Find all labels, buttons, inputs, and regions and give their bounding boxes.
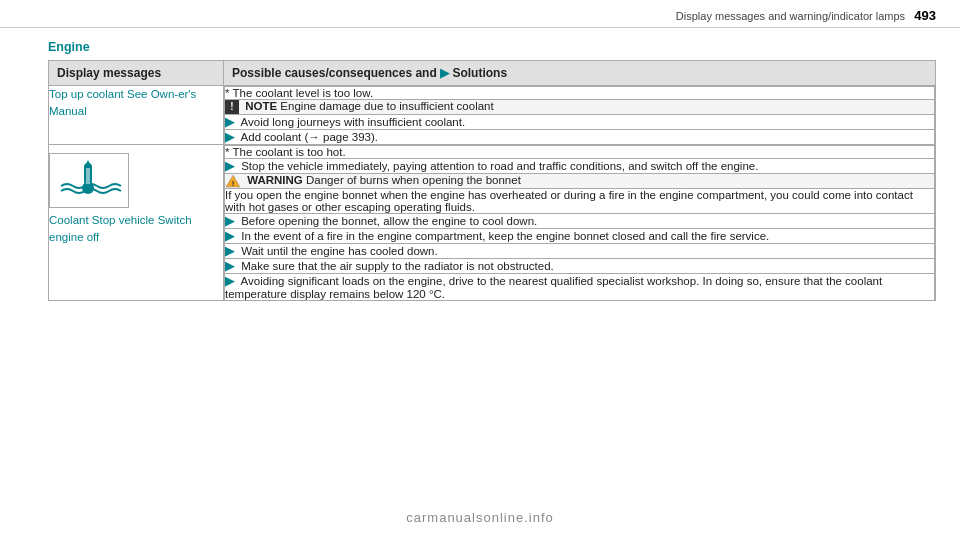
solution-item: ▶ Before opening the bonnet, allow the e… xyxy=(225,214,935,229)
solution-row: * The coolant level is too low. xyxy=(225,87,935,100)
solution-text: Add coolant (→ page 393). xyxy=(241,131,378,143)
solutions-cell-2: * The coolant is too hot. ▶ Stop the veh… xyxy=(224,145,936,301)
solutions-cell: * The coolant level is too low. ! NOTE E… xyxy=(224,86,936,145)
solution-row: ▶ Make sure that the air supply to the r… xyxy=(225,259,935,274)
note-box: ! NOTE Engine damage due to insufficient… xyxy=(225,100,935,115)
solution-row: ▶ In the event of a fire in the engine c… xyxy=(225,229,935,244)
solution-row: ▶ Stop the vehicle immediately, paying a… xyxy=(225,159,935,174)
solutions-inner-table-2: * The coolant is too hot. ▶ Stop the veh… xyxy=(224,145,935,300)
table-row: Coolant Stop vehicle Switch engine off *… xyxy=(49,145,936,301)
svg-rect-2 xyxy=(86,168,90,184)
table-header-row: Display messages Possible causes/consequ… xyxy=(49,61,936,86)
svg-marker-3 xyxy=(85,160,91,166)
coolant-icon xyxy=(49,153,129,208)
solution-row: ▶ Add coolant (→ page 393). xyxy=(225,130,935,145)
solution-row: ▶ Before opening the bonnet, allow the e… xyxy=(225,214,935,229)
solution-text: Stop the vehicle immediately, paying att… xyxy=(241,160,758,172)
arrow-bullet: ▶ xyxy=(225,260,234,272)
page-header: Display messages and warning/indicator l… xyxy=(0,0,960,28)
solution-item: ▶ Add coolant (→ page 393). xyxy=(225,130,935,145)
warning-label: WARNING xyxy=(247,174,303,186)
arrow-bullet: ▶ xyxy=(225,215,234,227)
display-message-cell-2: Coolant Stop vehicle Switch engine off xyxy=(49,145,224,301)
solution-row: ▶ Avoid long journeys with insufficient … xyxy=(225,115,935,130)
solution-item: * The coolant level is too low. xyxy=(225,87,935,100)
table-row: Top up coolant See Own-er's Manual * The… xyxy=(49,86,936,145)
section-title: Engine xyxy=(48,40,936,54)
page-number: 493 xyxy=(914,8,936,23)
arrow-bullet: ▶ xyxy=(225,160,234,172)
display-message-link: Top up coolant See Own-er's Manual xyxy=(49,88,196,117)
solution-item: ▶ Wait until the engine has cooled down. xyxy=(225,244,935,259)
col1-header: Display messages xyxy=(49,61,224,86)
svg-text:!: ! xyxy=(232,179,235,188)
solution-item: ▶ In the event of a fire in the engine c… xyxy=(225,229,935,244)
solution-row: ▶ Wait until the engine has cooled down. xyxy=(225,244,935,259)
main-content: Engine Display messages Possible causes/… xyxy=(0,28,960,313)
solution-row: ! NOTE Engine damage due to insufficient… xyxy=(225,100,935,115)
arrow-bullet: ▶ xyxy=(225,131,234,143)
solution-item: ▶ Make sure that the air supply to the r… xyxy=(225,259,935,274)
warning-triangle-icon: ! xyxy=(225,174,241,188)
display-message-cell: Top up coolant See Own-er's Manual xyxy=(49,86,224,145)
solution-item: ▶ Stop the vehicle immediately, paying a… xyxy=(225,159,935,174)
watermark: carmanualsonline.info xyxy=(0,510,960,525)
arrow-bullet: ▶ xyxy=(225,230,234,242)
solution-row: If you open the engine bonnet when the e… xyxy=(225,189,935,214)
solution-text: Make sure that the air supply to the rad… xyxy=(241,260,554,272)
solution-item: * The coolant is too hot. xyxy=(225,146,935,159)
solution-row: * The coolant is too hot. xyxy=(225,146,935,159)
warning-box: ! WARNING Danger of burns when opening t… xyxy=(225,174,935,189)
note-icon: ! xyxy=(225,100,239,114)
note-text: Engine damage due to insufficient coolan… xyxy=(280,100,493,112)
solution-text: Avoid long journeys with insufficient co… xyxy=(241,116,466,128)
solution-item: ▶ Avoiding significant loads on the engi… xyxy=(225,274,935,301)
solution-row: ! WARNING Danger of burns when opening t… xyxy=(225,174,935,189)
coolant-svg xyxy=(55,158,123,203)
coolant-icon-wrapper xyxy=(49,153,223,208)
display-message-link-2: Coolant Stop vehicle Switch engine off xyxy=(49,214,192,243)
solutions-inner-table: * The coolant level is too low. ! NOTE E… xyxy=(224,86,935,144)
arrow-bullet: ▶ xyxy=(225,275,234,287)
solution-row: ▶ Avoiding significant loads on the engi… xyxy=(225,274,935,301)
solution-text: Wait until the engine has cooled down. xyxy=(241,245,437,257)
warning-text: Danger of burns when opening the bonnet xyxy=(306,174,521,186)
main-table: Display messages Possible causes/consequ… xyxy=(48,60,936,301)
header-title: Display messages and warning/indicator l… xyxy=(676,10,905,22)
solution-item: ▶ Avoid long journeys with insufficient … xyxy=(225,115,935,130)
col2-header: Possible causes/consequences and ▶ Solut… xyxy=(224,61,936,86)
solution-text: Avoiding significant loads on the engine… xyxy=(225,275,882,300)
warning-body: If you open the engine bonnet when the e… xyxy=(225,189,935,214)
solution-text: Before opening the bonnet, allow the eng… xyxy=(241,215,537,227)
solution-text: In the event of a fire in the engine com… xyxy=(241,230,769,242)
arrow-bullet: ▶ xyxy=(225,116,234,128)
note-label: NOTE xyxy=(245,100,277,112)
arrow-bullet: ▶ xyxy=(225,245,234,257)
